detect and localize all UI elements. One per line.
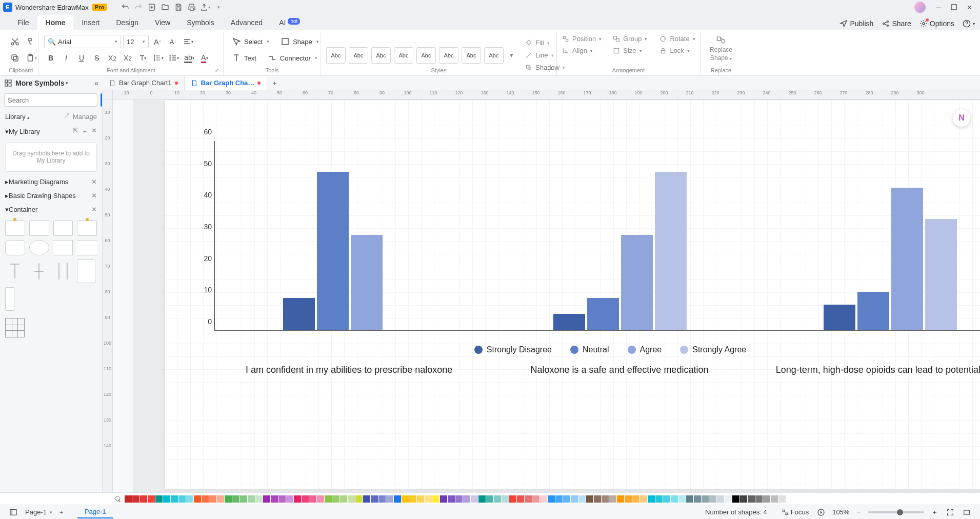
color-swatch[interactable] [278,495,286,503]
color-swatch[interactable] [748,495,755,503]
color-swatch[interactable] [448,495,455,503]
color-swatch[interactable] [548,495,555,503]
chart-bar[interactable] [587,298,619,330]
italic-icon[interactable]: I [59,51,73,65]
color-swatch[interactable] [263,495,270,503]
color-swatch[interactable] [355,495,363,503]
styles-dialog-launcher-icon[interactable]: ⤢ [548,67,554,73]
color-swatch[interactable] [578,495,586,503]
color-swatch[interactable] [555,495,563,503]
page-dropdown[interactable]: Page-1▾ [22,507,56,518]
color-swatch[interactable] [717,495,724,503]
canvas[interactable]: -100102030405060708090100110120130140150… [103,90,980,492]
color-swatch[interactable] [432,495,439,503]
fit-width-icon[interactable] [958,507,975,518]
focus-button[interactable]: Focus [777,507,813,518]
size-dropdown[interactable]: Size▾ [613,47,647,54]
color-swatch[interactable] [755,495,763,503]
container-shape[interactable] [5,221,25,236]
section-close-icon[interactable]: ✕ [91,178,97,186]
color-swatch[interactable] [171,495,178,503]
color-swatch[interactable] [348,495,355,503]
color-swatch[interactable] [740,495,747,503]
cut-icon[interactable] [8,35,22,48]
group-dropdown[interactable]: Group▾ [613,35,647,43]
color-swatch[interactable] [232,495,239,503]
open-folder-icon[interactable] [158,2,172,12]
color-swatch[interactable] [471,495,478,503]
color-swatch[interactable] [363,495,370,503]
color-swatch[interactable] [294,495,301,503]
color-swatch[interactable] [148,495,155,503]
color-swatch[interactable] [671,495,678,503]
color-swatch[interactable] [378,495,386,503]
container-shape[interactable] [53,240,73,255]
style-thumb-4[interactable]: Abc [394,47,413,64]
container-shape[interactable] [29,240,49,255]
color-swatch[interactable] [140,495,147,503]
increase-font-icon[interactable]: A↑ [151,35,164,48]
close-button[interactable]: ✕ [962,2,977,12]
color-swatch[interactable] [202,495,209,503]
tab-symbols[interactable]: Symbols [178,15,223,30]
export-icon[interactable]: ▾ [198,2,212,12]
decrease-font-icon[interactable]: A↓ [166,35,179,48]
container-shape[interactable] [53,221,73,236]
save-icon[interactable] [172,2,185,12]
color-swatch[interactable] [532,495,539,503]
copy-icon[interactable] [8,51,22,65]
canvas-page[interactable]: 0102030405060 Strongly DisagreeNeutralAg… [164,99,980,489]
color-swatch[interactable] [455,495,463,503]
color-swatch[interactable] [255,495,263,503]
color-swatch[interactable] [586,495,593,503]
collapse-panel-icon[interactable]: « [94,79,98,87]
color-swatch[interactable] [186,495,193,503]
color-swatch[interactable] [678,495,686,503]
page-tab-1[interactable]: Page-1 [77,506,113,518]
mylib-add-icon[interactable]: ＋ [82,127,88,136]
ai-assistant-badge[interactable]: N [952,109,971,127]
bullets-icon[interactable]: ▾ [167,51,181,65]
color-swatch[interactable] [155,495,163,503]
maximize-button[interactable] [946,2,962,12]
chart-bar[interactable] [621,235,653,330]
color-swatch[interactable] [317,495,324,503]
align-dropdown[interactable]: Align▾ [562,47,602,54]
tab-advanced[interactable]: Advanced [223,15,271,30]
position-dropdown[interactable]: Position▾ [562,35,602,43]
tab-insert[interactable]: Insert [73,15,108,30]
tab-home[interactable]: Home [37,15,74,30]
separator-shape[interactable] [53,260,73,283]
shape-tool[interactable]: Shape▾ [277,35,322,48]
color-swatch[interactable] [178,495,186,503]
table-shape[interactable] [5,318,25,337]
container-shape[interactable] [77,240,97,255]
redo-icon[interactable] [132,2,145,12]
doc-tab-1[interactable]: Bar Graph Chart1 [103,76,185,90]
add-tab-button[interactable]: ＋ [267,78,282,88]
styles-more-icon[interactable]: ▾ [507,47,516,64]
color-swatch[interactable] [771,495,778,503]
options-button[interactable]: Options [919,19,954,28]
color-swatch[interactable] [194,495,201,503]
share-button[interactable]: Share [882,19,911,28]
format-painter-icon[interactable] [25,35,38,48]
color-swatch[interactable] [163,495,170,503]
chart-bar[interactable] [317,172,349,330]
subscript-icon[interactable]: X2 [121,51,134,65]
line-spacing-icon[interactable]: ▾ [152,51,165,65]
style-thumb-7[interactable]: Abc [462,47,481,64]
doc-tab-2[interactable]: Bar Graph Cha… [185,76,268,90]
color-swatch[interactable] [463,495,470,503]
container-shape[interactable] [29,221,49,236]
superscript-icon[interactable]: X2 [106,51,119,65]
change-case-icon[interactable]: T▾ [136,51,150,65]
add-page-button[interactable]: ＋ [56,508,67,517]
separator-shape[interactable] [29,260,49,283]
rotate-dropdown[interactable]: Rotate▾ [659,35,695,43]
highlight-icon[interactable]: ab▾ [183,51,196,65]
user-avatar[interactable] [914,2,926,13]
color-swatch[interactable] [702,495,709,503]
style-thumb-8[interactable]: Abc [484,47,504,64]
separator-shape[interactable] [5,260,25,283]
